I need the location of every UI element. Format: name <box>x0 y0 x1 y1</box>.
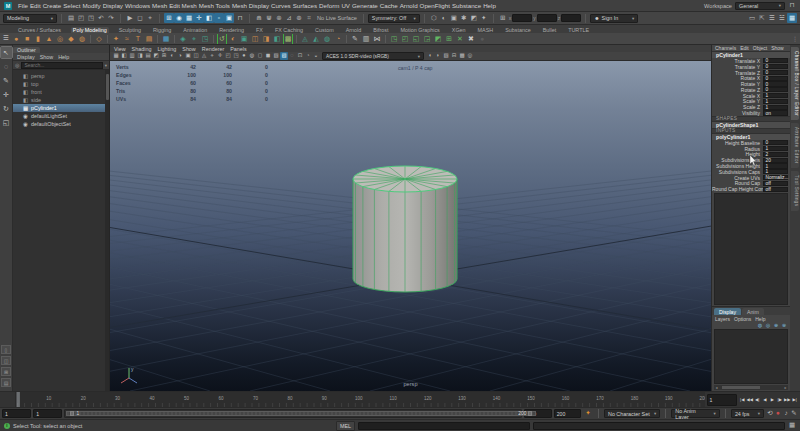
paint-select-tool-icon[interactable]: ✎ <box>1 75 12 86</box>
auto-keyframe-icon[interactable]: ● <box>774 409 782 419</box>
multi-cut-icon[interactable]: ▥ <box>361 34 371 44</box>
vp-depthpeel-icon[interactable]: ◳ <box>232 52 240 60</box>
symmetry-dropdown[interactable]: Symmetry: Off▾ <box>368 14 420 23</box>
select-hierarchy-icon[interactable]: ▶ <box>125 13 135 23</box>
sidebar-tab[interactable]: Attribute Editor <box>791 123 799 168</box>
vp-plugin-b-icon[interactable]: ⊟ <box>450 52 458 60</box>
vp-2d-pan-icon[interactable]: ◩ <box>152 52 160 60</box>
light-editor-icon[interactable]: ✦ <box>479 13 489 23</box>
menu-item[interactable]: Arnold <box>399 2 419 9</box>
construction-plane-icon[interactable]: ⊞ <box>498 13 508 23</box>
play-forwards-button[interactable]: ▶ <box>769 397 776 402</box>
separate-icon[interactable]: ◨ <box>261 34 271 44</box>
menu-item[interactable]: Curves <box>270 2 292 9</box>
layer-editor-menu-item[interactable]: Help <box>755 316 765 322</box>
viewport-menu-item[interactable]: Lighting <box>157 46 176 52</box>
open-scene-icon[interactable]: ◰ <box>76 13 86 23</box>
vp-plugin-a-icon[interactable]: ▧ <box>442 52 450 60</box>
move-tool-icon[interactable]: ✛ <box>1 89 12 100</box>
render-current-frame-icon[interactable]: ◐ <box>439 13 449 23</box>
fps-dropdown[interactable]: 24 fps▾ <box>731 409 764 418</box>
channel-value-field[interactable]: off <box>763 187 788 192</box>
menu-item[interactable]: Display <box>102 2 124 9</box>
render-settings-icon[interactable]: ✱ <box>459 13 469 23</box>
save-scene-icon[interactable]: ◳ <box>86 13 96 23</box>
channel-value-field[interactable]: 0 <box>763 81 788 86</box>
scale-tool-icon[interactable]: ◱ <box>1 117 12 128</box>
vp-lights-icon[interactable]: ◫ <box>192 52 200 60</box>
merge-vertex-icon[interactable]: ◲ <box>422 34 432 44</box>
menu-item[interactable]: Windows <box>124 2 151 9</box>
vp-grease-icon[interactable]: ⊞ <box>160 52 168 60</box>
playback-start-field[interactable]: 1 <box>33 409 62 418</box>
snap-grid-icon[interactable]: ⋒ <box>254 13 264 23</box>
channel-value-field[interactable]: off <box>763 181 788 186</box>
combine-icon[interactable]: ▣ <box>239 34 249 44</box>
menu-item[interactable]: File <box>17 2 29 9</box>
axis-input[interactable] <box>537 14 557 22</box>
vp-plugin-c-icon[interactable]: ▩ <box>458 52 466 60</box>
select-component-icon[interactable]: ⌖ <box>145 13 155 23</box>
vp-shaded-icon[interactable]: ◑ <box>176 52 184 60</box>
viewport-menu-item[interactable]: Show <box>182 46 196 52</box>
axis-input[interactable] <box>561 14 581 22</box>
platonic-solid-icon[interactable]: ◇ <box>94 34 104 44</box>
boolean-union-icon[interactable]: ◫ <box>250 34 260 44</box>
channel-value-field[interactable]: 1 <box>763 146 788 151</box>
open-render-view-icon[interactable]: ⬡ <box>429 13 439 23</box>
mask-surfaces-icon[interactable]: ✛ <box>194 13 204 23</box>
menu-item[interactable]: Deform <box>318 2 340 9</box>
extrude-icon[interactable]: ◱ <box>411 34 421 44</box>
animation-start-field[interactable]: 1 <box>2 409 31 418</box>
layer-editor-menu-item[interactable]: Options <box>734 316 751 322</box>
channel-value-field[interactable]: 0 <box>763 58 788 63</box>
channel-value-field[interactable]: 0 <box>763 64 788 69</box>
channel-value-field[interactable]: 0 <box>763 70 788 75</box>
remesh-icon[interactable]: ▩ <box>283 34 293 44</box>
menu-item[interactable]: Select <box>62 2 81 9</box>
step-forward-key-button[interactable]: |▶ <box>777 397 784 402</box>
mel-command-input[interactable] <box>358 422 530 430</box>
menu-item[interactable]: OpenFlight <box>419 2 451 9</box>
make-live-icon[interactable]: ⌗ <box>304 13 314 23</box>
outliner-search-input[interactable] <box>21 62 102 69</box>
sidebar-tab[interactable]: Channel Box / Layer Editor <box>791 47 799 120</box>
channel-value-field[interactable]: 0 <box>763 76 788 81</box>
channel-box-menu-item[interactable]: Object <box>753 45 767 51</box>
sculpt-d-icon[interactable]: ◔ <box>333 34 343 44</box>
channel-box-menu-item[interactable]: Edit <box>740 45 749 51</box>
sign-in-dropdown[interactable]: ☻Sign In▾ <box>590 14 638 23</box>
channel-value-field[interactable]: Normaliz... <box>763 175 788 180</box>
workspace-dropdown[interactable]: General▾ <box>735 2 785 10</box>
menu-item[interactable]: Mesh <box>151 2 168 9</box>
wedge-icon[interactable]: ◩ <box>433 34 443 44</box>
vp-joints-xray-icon[interactable]: ◻ <box>256 52 264 60</box>
quad-draw-icon[interactable]: ✎ <box>350 34 360 44</box>
modeling-toolkit-icon[interactable]: ▦ <box>161 34 171 44</box>
outliner-item-defaultobjectset[interactable]: ◉defaultObjectSet <box>13 120 109 128</box>
menu-item[interactable]: Substance <box>451 2 482 9</box>
viewport-menu-item[interactable]: Shading <box>132 46 152 52</box>
outliner-scrollbar[interactable] <box>105 70 109 391</box>
color-management-dropdown[interactable]: ACES 1.0 SDR-video (sRGB)▾ <box>322 52 424 60</box>
sculpt-c-icon[interactable]: ◍ <box>322 34 332 44</box>
vp-gradient-icon[interactable]: ◌ <box>288 52 296 60</box>
vp-isolate-icon[interactable]: ● <box>240 52 248 60</box>
center-pivot-icon[interactable]: ⌖ <box>189 34 199 44</box>
bevel-icon[interactable]: ◳ <box>389 34 399 44</box>
current-frame-field[interactable]: 1 <box>707 394 737 406</box>
menuset-dropdown[interactable]: Modeling▾ <box>3 14 57 23</box>
modeling-toolkit-toggle-icon[interactable]: ▭ <box>747 13 757 23</box>
poly-disc-icon[interactable]: ◍ <box>77 34 87 44</box>
range-right-grip[interactable] <box>528 411 532 416</box>
menu-item[interactable]: Surfaces <box>292 2 318 9</box>
uv-toolkit-toggle-icon[interactable]: ⇱ <box>757 13 767 23</box>
type-tool-icon[interactable]: T <box>133 34 143 44</box>
rotate-tool-icon[interactable]: ↻ <box>1 103 12 114</box>
svg-tool-icon[interactable]: ▤ <box>144 34 154 44</box>
select-tool-icon[interactable]: ↖ <box>1 47 12 58</box>
mask-deform-icon[interactable]: ◧ <box>204 13 214 23</box>
layer-scrollbar[interactable]: ◂▸ <box>714 385 788 390</box>
filter-icon[interactable]: ▾ <box>105 63 107 68</box>
hypershade-icon[interactable]: ◩ <box>469 13 479 23</box>
